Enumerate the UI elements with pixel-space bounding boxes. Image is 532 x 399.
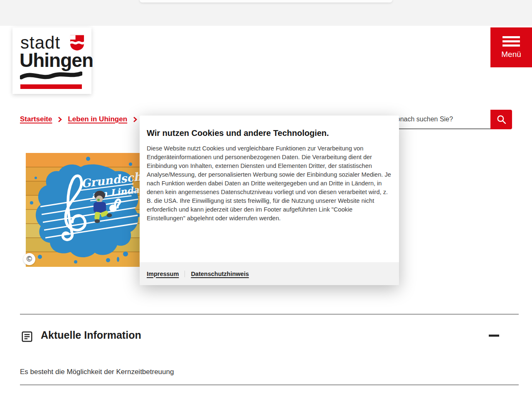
search-button[interactable] bbox=[490, 110, 512, 129]
collapse-minus-icon[interactable] bbox=[489, 335, 499, 337]
breadcrumb-link-startseite[interactable]: Startseite bbox=[20, 115, 52, 123]
hamburger-icon bbox=[502, 36, 520, 47]
copyright-symbol: © bbox=[27, 255, 32, 264]
search-icon bbox=[496, 114, 507, 125]
menu-button[interactable]: Menü bbox=[490, 27, 532, 67]
cookie-dialog-footer: Impressum Datenschutzhinweis bbox=[140, 262, 399, 285]
section-divider-bottom bbox=[20, 384, 519, 385]
cookie-dialog-title: Wir nutzen Cookies und andere Technologi… bbox=[147, 128, 392, 138]
datenschutzhinweis-link[interactable]: Datenschutzhinweis bbox=[191, 271, 249, 277]
cookie-dialog-body: Diese Website nutzt Cookies und vergleic… bbox=[147, 144, 392, 223]
logo-red-bar bbox=[20, 84, 82, 89]
search-bar bbox=[387, 110, 512, 129]
copyright-badge[interactable]: © bbox=[23, 253, 35, 265]
impressum-link[interactable]: Impressum bbox=[147, 271, 179, 277]
search-input[interactable] bbox=[387, 110, 490, 129]
cookie-consent-dialog: Wir nutzen Cookies und andere Technologi… bbox=[140, 116, 399, 285]
hero-image: Grundschule am Lindach © bbox=[26, 153, 141, 267]
school-sign-illustration: Grundschule am Lindach bbox=[26, 153, 141, 267]
article-icon bbox=[21, 330, 33, 343]
chevron-right-icon bbox=[58, 116, 62, 123]
menu-label: Menü bbox=[501, 50, 521, 59]
top-strip bbox=[0, 0, 532, 26]
section-divider-top bbox=[20, 314, 519, 315]
footer-link-divider bbox=[185, 271, 185, 277]
logo-text-uhingen: Uhingen bbox=[20, 51, 93, 70]
chevron-right-icon bbox=[133, 116, 137, 123]
accordion-header-aktuelle-information[interactable]: Aktuelle Information bbox=[20, 328, 519, 347]
logo-text-stadt: stadt bbox=[20, 34, 60, 52]
logo-wave-icon bbox=[20, 69, 82, 81]
coat-of-arms-icon bbox=[70, 34, 84, 51]
breadcrumb-link-leben-in-uhingen[interactable]: Leben in Uhingen bbox=[68, 115, 127, 123]
section-heading: Aktuelle Information bbox=[41, 329, 141, 341]
top-sheet bbox=[140, 0, 392, 2]
section-body-text: Es besteht die Möglichkeit der Kernzeitb… bbox=[20, 367, 174, 377]
breadcrumb: Startseite Leben in Uhingen Ki bbox=[20, 115, 150, 123]
site-logo[interactable]: stadt Uhingen bbox=[12, 27, 91, 94]
